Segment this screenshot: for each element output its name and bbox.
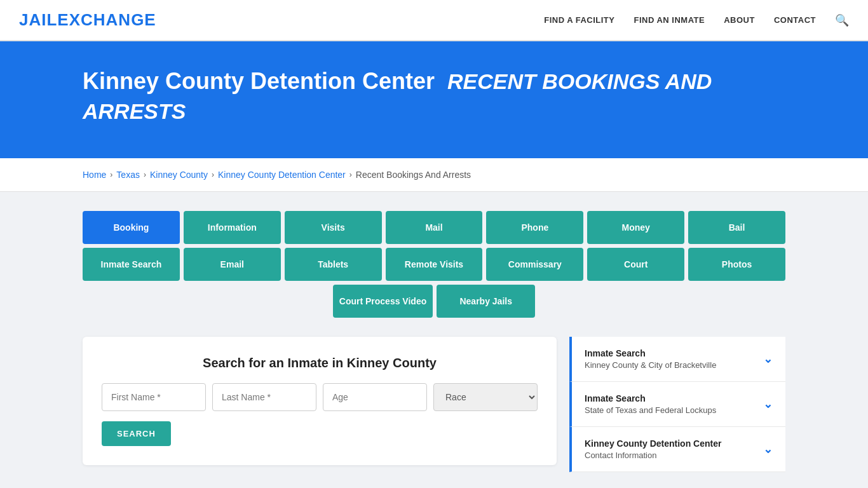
- sidebar-card-1[interactable]: Inmate Search State of Texas and Federal…: [569, 382, 785, 427]
- chevron-down-icon-2: ⌄: [763, 442, 773, 456]
- chevron-down-icon-1: ⌄: [763, 397, 773, 411]
- breadcrumb-sep-4: ›: [349, 170, 352, 179]
- hero-title-main: Kinney County Detention Center: [83, 68, 435, 94]
- logo[interactable]: JAILEXCHANGE: [19, 10, 156, 30]
- hero-banner: Kinney County Detention Center RECENT BO…: [0, 41, 868, 158]
- bottom-section: Search for an Inmate in Kinney County Ra…: [83, 337, 785, 472]
- breadcrumb-home[interactable]: Home: [83, 170, 106, 180]
- sidebar-card-2-sub: Contact Information: [585, 451, 721, 460]
- breadcrumb-county[interactable]: Kinney County: [150, 170, 208, 180]
- tab-money[interactable]: Money: [587, 211, 684, 244]
- tab-phone[interactable]: Phone: [486, 211, 583, 244]
- tab-court-process-video[interactable]: Court Process Video: [333, 285, 433, 318]
- tabs-row-3: Court Process Video Nearby Jails: [83, 285, 785, 318]
- tab-information[interactable]: Information: [184, 211, 281, 244]
- logo-black: JAIL: [19, 10, 57, 29]
- sidebar-card-1-sub: State of Texas and Federal Lockups: [585, 405, 716, 415]
- breadcrumb-sep-2: ›: [144, 170, 146, 179]
- tab-email[interactable]: Email: [184, 248, 281, 281]
- breadcrumb-facility[interactable]: Kinney County Detention Center: [218, 170, 346, 180]
- sidebar-card-1-title: Inmate Search: [585, 393, 716, 403]
- header-search-button[interactable]: 🔍: [835, 13, 849, 27]
- age-input[interactable]: [323, 383, 427, 411]
- tab-visits[interactable]: Visits: [285, 211, 382, 244]
- breadcrumb-current: Recent Bookings And Arrests: [356, 170, 471, 180]
- race-select[interactable]: Race All White Black Hispanic Asian Othe…: [433, 383, 538, 411]
- last-name-input[interactable]: [212, 383, 316, 411]
- tab-booking[interactable]: Booking: [83, 211, 180, 244]
- tab-remote-visits[interactable]: Remote Visits: [386, 248, 483, 281]
- breadcrumb-sep-3: ›: [212, 170, 214, 179]
- sidebar-card-0[interactable]: Inmate Search Kinney County & City of Br…: [569, 337, 785, 382]
- tabs-row-2: Inmate Search Email Tablets Remote Visit…: [83, 248, 785, 281]
- first-name-input[interactable]: [102, 383, 206, 411]
- tab-photos[interactable]: Photos: [688, 248, 785, 281]
- breadcrumb: Home › Texas › Kinney County › Kinney Co…: [83, 170, 785, 180]
- sidebar-card-2[interactable]: Kinney County Detention Center Contact I…: [569, 427, 785, 472]
- tab-court[interactable]: Court: [587, 248, 684, 281]
- breadcrumb-texas[interactable]: Texas: [116, 170, 140, 180]
- search-button[interactable]: SEARCH: [102, 421, 171, 446]
- nav-find-facility[interactable]: FIND A FACILITY: [544, 15, 614, 25]
- nav-about[interactable]: ABOUT: [724, 15, 755, 25]
- header: JAILEXCHANGE FIND A FACILITY FIND AN INM…: [0, 0, 868, 41]
- main-nav: FIND A FACILITY FIND AN INMATE ABOUT CON…: [544, 13, 849, 27]
- nav-find-inmate[interactable]: FIND AN INMATE: [634, 15, 705, 25]
- tabs-row-1: Booking Information Visits Mail Phone Mo…: [83, 211, 785, 244]
- breadcrumb-sep-1: ›: [110, 170, 112, 179]
- sidebar-card-2-title: Kinney County Detention Center: [585, 438, 721, 449]
- tab-mail[interactable]: Mail: [386, 211, 483, 244]
- sidebar-card-0-title: Inmate Search: [585, 348, 716, 358]
- nav-contact[interactable]: CONTACT: [774, 15, 816, 25]
- inmate-search-card: Search for an Inmate in Kinney County Ra…: [83, 337, 557, 465]
- chevron-down-icon-0: ⌄: [763, 352, 773, 366]
- hero-title: Kinney County Detention Center RECENT BO…: [83, 67, 785, 126]
- search-card-title: Search for an Inmate in Kinney County: [102, 356, 538, 370]
- main-content: Booking Information Visits Mail Phone Mo…: [0, 192, 868, 488]
- tab-commissary[interactable]: Commissary: [486, 248, 583, 281]
- sidebar-card-0-sub: Kinney County & City of Bracketville: [585, 360, 716, 370]
- breadcrumb-bar: Home › Texas › Kinney County › Kinney Co…: [0, 158, 868, 192]
- tab-nearby-jails[interactable]: Nearby Jails: [437, 285, 535, 318]
- tab-inmate-search[interactable]: Inmate Search: [83, 248, 180, 281]
- tab-bail[interactable]: Bail: [688, 211, 785, 244]
- sidebar-cards: Inmate Search Kinney County & City of Br…: [569, 337, 785, 472]
- logo-blue: EXCHANGE: [57, 10, 156, 29]
- search-form: Race All White Black Hispanic Asian Othe…: [102, 383, 538, 411]
- tab-tablets[interactable]: Tablets: [285, 248, 382, 281]
